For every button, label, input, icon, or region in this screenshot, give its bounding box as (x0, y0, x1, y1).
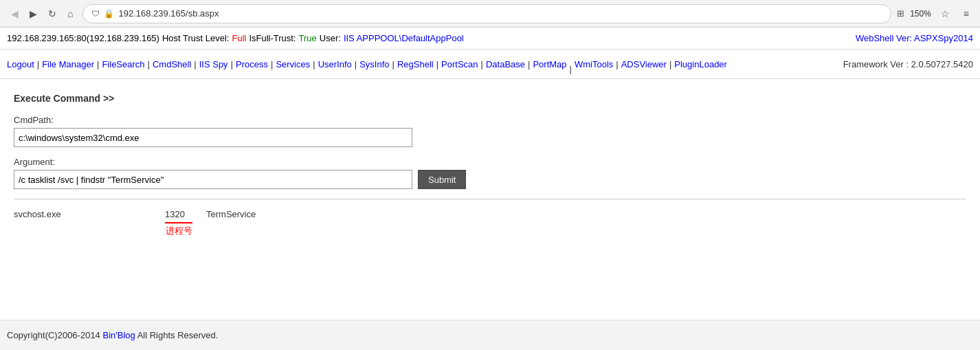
webshell-info: WebShell Ver: ASPXSpy2014 (856, 33, 973, 43)
isfull-label: IsFull-Trust: (249, 33, 296, 43)
user-value: IIS APPPOOL\DefaultAppPool (344, 33, 464, 43)
webshell-label: WebShell Ver: (856, 33, 912, 43)
browser-actions: ⊞ 150% ☆ ≡ (897, 6, 973, 22)
cmdpath-group: CmdPath: (14, 115, 966, 147)
result-row: svchost.exe 1320 进程号 TermService (14, 205, 966, 241)
forward-button[interactable]: ▶ (25, 6, 41, 22)
nav-plugin-loader[interactable]: PluginLoader (674, 59, 727, 69)
framework-value: 2.0.50727.5420 (911, 59, 973, 69)
trust-value: Full (232, 33, 246, 43)
nav-ads-viewer[interactable]: ADSViewer (621, 59, 667, 69)
nav-logout[interactable]: Logout (7, 59, 34, 69)
address-text: 192.168.239.165/sb.aspx (118, 8, 882, 19)
webshell-link[interactable]: WebShell Ver: ASPXSpy2014 (856, 33, 973, 43)
nav-database[interactable]: DataBase (486, 59, 525, 69)
trust-label: Host Trust Level: (162, 33, 230, 43)
nav-wmi-tools[interactable]: WmiTools (575, 59, 613, 69)
nav-user-info[interactable]: UserInfo (318, 59, 352, 69)
user-label: User: (320, 33, 341, 43)
annotation-text: 进程号 (166, 225, 192, 237)
nav-reg-shell[interactable]: RegShell (397, 59, 434, 69)
home-button[interactable]: ⌂ (63, 6, 77, 22)
info-bar: 192.168.239.165:80(192.168.239.165) Host… (0, 28, 980, 50)
nav-sys-info[interactable]: SysInfo (359, 59, 389, 69)
nav-port-map[interactable]: PortMap (533, 59, 566, 69)
result-pid: 1320 (165, 209, 185, 219)
info-bar-left: 192.168.239.165:80(192.168.239.165) Host… (7, 33, 464, 43)
nav-bar: Logout | File Manager | FileSearch | Cmd… (0, 50, 980, 79)
argument-group: Argument: Submit (14, 157, 966, 189)
nav-buttons: ◀ ▶ ↻ ⌂ (7, 6, 77, 22)
webshell-value: ASPXSpy2014 (914, 33, 973, 43)
reload-button[interactable]: ↻ (44, 6, 60, 22)
argument-label: Argument: (14, 157, 966, 167)
isfull-value: True (299, 33, 317, 43)
result-process-name: svchost.exe (14, 209, 151, 219)
result-service-name: TermService (206, 209, 256, 219)
nav-process[interactable]: Process (236, 59, 268, 69)
nav-port-scan[interactable]: PortScan (441, 59, 478, 69)
browser-chrome: ◀ ▶ ↻ ⌂ 🛡 🔒 192.168.239.165/sb.aspx ⊞ 15… (0, 0, 980, 28)
annotation-container: 进程号 (165, 222, 192, 237)
nav-cmd-shell[interactable]: CmdShell (153, 59, 191, 69)
menu-button[interactable]: ≡ (959, 6, 973, 22)
back-button[interactable]: ◀ (7, 6, 23, 22)
bookmark-button[interactable]: ☆ (937, 6, 954, 22)
address-bar[interactable]: 🛡 🔒 192.168.239.165/sb.aspx (82, 4, 891, 23)
framework-info: Framework Ver : 2.0.50727.5420 (843, 59, 973, 69)
zoom-level[interactable]: 150% (910, 9, 931, 19)
main-content: Execute Command >> CmdPath: Argument: Su… (0, 79, 980, 255)
cmdpath-label: CmdPath: (14, 115, 966, 125)
nav-services[interactable]: Services (276, 59, 310, 69)
cmdpath-input[interactable] (14, 128, 412, 147)
host-text: 192.168.239.165:80(192.168.239.165) (7, 33, 159, 43)
result-divider (14, 199, 966, 199)
framework-label: Framework Ver : (843, 59, 909, 69)
submit-button[interactable]: Submit (418, 170, 466, 189)
lock-icon: 🔒 (104, 9, 114, 19)
result-pid-container: 1320 进程号 (165, 209, 192, 237)
annotation-underline (165, 222, 192, 223)
section-title: Execute Command >> (14, 93, 966, 104)
argument-input[interactable] (14, 170, 412, 189)
submit-row: Submit (14, 170, 966, 189)
nav-iis-spy[interactable]: IIS Spy (199, 59, 228, 69)
nav-file-search[interactable]: FileSearch (102, 59, 144, 69)
nav-file-manager[interactable]: File Manager (42, 59, 94, 69)
qr-icon: ⊞ (897, 8, 904, 19)
security-icon: 🛡 (91, 9, 100, 19)
